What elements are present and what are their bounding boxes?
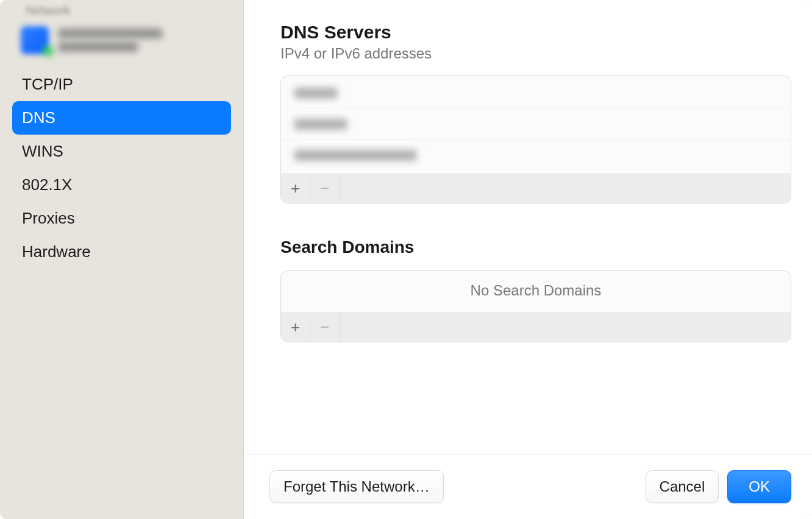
sidebar-item-label: TCP/IP xyxy=(22,75,73,93)
ok-button[interactable]: OK xyxy=(727,470,791,503)
sidebar: Network TCP/IPDNSWINS802.1XProxiesHardwa… xyxy=(0,0,244,519)
dns-server-value-redacted xyxy=(294,88,337,99)
sidebar-item-label: WINS xyxy=(22,142,63,160)
plus-icon: + xyxy=(291,318,300,337)
search-domains-footer: + − xyxy=(281,312,791,342)
dns-servers-title: DNS Servers xyxy=(280,22,791,43)
sidebar-items: TCP/IPDNSWINS802.1XProxiesHardware xyxy=(0,64,243,269)
add-dns-server-button[interactable]: + xyxy=(281,174,310,203)
sidebar-item-802-1x[interactable]: 802.1X xyxy=(12,168,231,202)
main-panel: DNS Servers IPv4 or IPv6 addresses + − S… xyxy=(244,0,812,519)
search-domains-list: No Search Domains + − xyxy=(280,270,791,342)
search-domains-title: Search Domains xyxy=(280,238,791,257)
breadcrumb[interactable]: Network xyxy=(7,4,237,18)
sidebar-item-proxies[interactable]: Proxies xyxy=(12,202,231,235)
dns-server-row[interactable] xyxy=(281,108,791,139)
search-domains-empty: No Search Domains xyxy=(281,272,791,309)
dns-servers-subtitle: IPv4 or IPv6 addresses xyxy=(280,45,791,62)
dns-servers-rows[interactable] xyxy=(281,76,791,174)
minus-icon: − xyxy=(320,179,329,198)
network-name xyxy=(59,29,162,52)
network-header xyxy=(7,23,237,63)
sidebar-item-tcp-ip[interactable]: TCP/IP xyxy=(12,68,231,101)
wifi-icon xyxy=(21,26,49,54)
sidebar-item-label: Hardware xyxy=(22,242,91,261)
add-search-domain-button[interactable]: + xyxy=(281,313,310,342)
dns-servers-footer: + − xyxy=(281,174,791,203)
sidebar-item-dns[interactable]: DNS xyxy=(12,101,231,135)
plus-icon: + xyxy=(291,179,300,198)
dns-server-row[interactable] xyxy=(281,139,791,170)
dns-server-value-redacted xyxy=(294,150,416,161)
cancel-button[interactable]: Cancel xyxy=(646,470,719,503)
sidebar-item-label: Proxies xyxy=(22,209,75,227)
dns-server-row[interactable] xyxy=(281,77,791,108)
minus-icon: − xyxy=(320,318,329,337)
forget-network-button[interactable]: Forget This Network… xyxy=(269,470,444,503)
sidebar-item-label: DNS xyxy=(22,108,55,127)
bottom-bar: Forget This Network… Cancel OK xyxy=(244,454,812,519)
sidebar-item-label: 802.1X xyxy=(22,175,72,194)
dns-server-value-redacted xyxy=(294,119,347,130)
dns-servers-list: + − xyxy=(280,76,791,203)
sidebar-item-hardware[interactable]: Hardware xyxy=(12,235,231,269)
sidebar-item-wins[interactable]: WINS xyxy=(12,135,231,168)
search-domains-rows[interactable]: No Search Domains xyxy=(281,271,791,312)
remove-dns-server-button[interactable]: − xyxy=(310,174,340,203)
remove-search-domain-button[interactable]: − xyxy=(310,313,340,342)
